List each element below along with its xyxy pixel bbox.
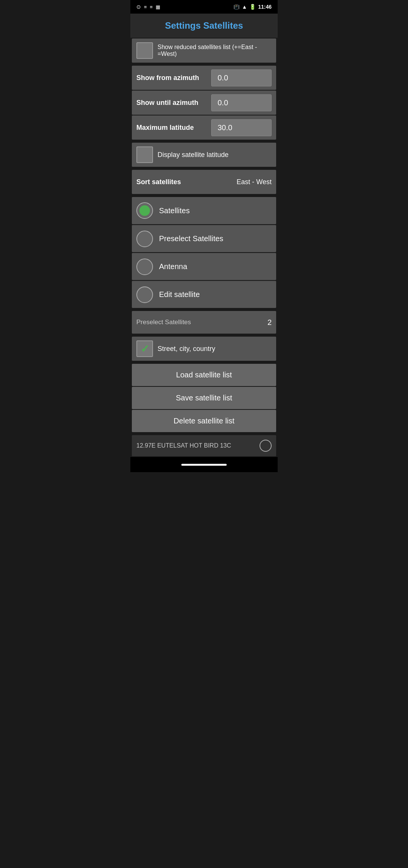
target-icon: ⊙ xyxy=(136,4,141,10)
preselect-count-value: 2 xyxy=(267,318,272,327)
vibrate-icon: 📳 xyxy=(233,4,240,10)
nav-bar xyxy=(130,457,278,472)
radio-group: Satellites Preselect Satellites Antenna … xyxy=(130,197,278,308)
time-display: 11:46 xyxy=(258,4,272,10)
app-title: Settings Satellites xyxy=(136,20,272,31)
settings-container: Show reduced satellites list (+=East -=W… xyxy=(130,38,278,456)
bottom-circle-icon xyxy=(260,440,272,452)
show-from-azimuth-row: Show from azimuth 0.0 xyxy=(132,66,276,90)
sort-satellites-label: Sort satellites xyxy=(136,178,181,186)
display-satellite-latitude-label: Display satellite latitude xyxy=(158,151,272,159)
show-reduced-label: Show reduced satellites list (+=East -=W… xyxy=(158,44,272,57)
radio-antenna-row[interactable]: Antenna xyxy=(132,253,276,280)
wifi-icon: ▲ xyxy=(242,4,247,10)
radio-preselect-row[interactable]: Preselect Satellites xyxy=(132,225,276,252)
status-icons-right: 📳 ▲ 🔋 11:46 xyxy=(233,4,272,10)
preselect-count-row: Preselect Satellites 2 xyxy=(132,311,276,334)
street-city-country-row: ✓ Street, city, country xyxy=(132,337,276,361)
news-icon: ≡ xyxy=(144,4,147,10)
battery-icon: 🔋 xyxy=(249,4,256,10)
news2-icon: ≡ xyxy=(150,4,153,10)
display-satellite-latitude-checkbox[interactable] xyxy=(136,146,153,163)
show-until-azimuth-row: Show until azimuth 0.0 xyxy=(132,91,276,115)
display-satellite-latitude-row: Display satellite latitude xyxy=(132,143,276,167)
home-indicator xyxy=(181,464,227,466)
radio-edit-satellite-row[interactable]: Edit satellite xyxy=(132,281,276,308)
street-city-country-label: Street, city, country xyxy=(158,345,272,353)
maximum-latitude-label: Maximum latitude xyxy=(136,124,207,132)
radio-satellites-label: Satellites xyxy=(159,206,190,215)
preselect-count-label: Preselect Satellites xyxy=(136,319,191,326)
maximum-latitude-row: Maximum latitude 30.0 xyxy=(132,115,276,140)
checkmark-icon: ✓ xyxy=(141,343,149,355)
delete-satellite-list-button[interactable]: Delete satellite list xyxy=(132,410,276,432)
radio-satellites-button[interactable] xyxy=(136,202,153,219)
radio-edit-satellite-button[interactable] xyxy=(136,286,153,303)
calendar-icon: ▦ xyxy=(156,4,160,10)
radio-preselect-label: Preselect Satellites xyxy=(159,234,223,243)
bottom-bar: 12.97E EUTELSAT HOT BIRD 13C xyxy=(132,435,276,456)
radio-edit-satellite-label: Edit satellite xyxy=(159,290,200,299)
status-bar: ⊙ ≡ ≡ ▦ 📳 ▲ 🔋 11:46 xyxy=(130,0,278,14)
sort-satellites-row[interactable]: Sort satellites East - West xyxy=(132,170,276,194)
sort-satellites-value: East - West xyxy=(236,178,272,186)
radio-satellites-row[interactable]: Satellites xyxy=(132,197,276,224)
show-from-azimuth-label: Show from azimuth xyxy=(136,74,207,82)
show-reduced-checkbox[interactable] xyxy=(136,42,153,59)
save-satellite-list-button[interactable]: Save satellite list xyxy=(132,387,276,409)
bottom-bar-text: 12.97E EUTELSAT HOT BIRD 13C xyxy=(136,442,231,449)
show-until-azimuth-label: Show until azimuth xyxy=(136,99,207,107)
show-until-azimuth-value[interactable]: 0.0 xyxy=(211,94,272,111)
status-icons-left: ⊙ ≡ ≡ ▦ xyxy=(136,4,160,10)
app-title-bar: Settings Satellites xyxy=(130,14,278,38)
radio-antenna-label: Antenna xyxy=(159,262,187,271)
street-city-country-checkbox[interactable]: ✓ xyxy=(136,340,153,357)
show-reduced-row: Show reduced satellites list (+=East -=W… xyxy=(132,38,276,63)
load-satellite-list-button[interactable]: Load satellite list xyxy=(132,364,276,386)
radio-preselect-button[interactable] xyxy=(136,231,153,247)
radio-satellites-inner xyxy=(139,205,150,216)
radio-antenna-button[interactable] xyxy=(136,259,153,275)
maximum-latitude-value[interactable]: 30.0 xyxy=(211,119,272,136)
show-from-azimuth-value[interactable]: 0.0 xyxy=(211,69,272,86)
